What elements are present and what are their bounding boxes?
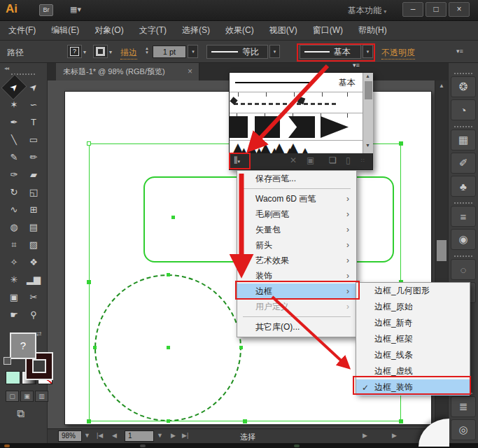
- zoom-tool[interactable]: ⚲: [24, 306, 43, 323]
- maximize-button[interactable]: □: [426, 2, 447, 17]
- fill-indicator[interactable]: ?: [10, 332, 36, 359]
- panel-grip[interactable]: [454, 202, 472, 204]
- menu-help[interactable]: 帮助(H): [358, 24, 387, 36]
- tab-close-icon[interactable]: ×: [188, 63, 192, 80]
- menu-item-save-brushes[interactable]: 保存画笔...: [237, 171, 356, 186]
- profile-caret-button[interactable]: ▾: [269, 45, 280, 58]
- width-profile-dropdown[interactable]: 等比: [206, 45, 268, 59]
- submenu-item-borders-primitive[interactable]: 边框_原始: [356, 299, 470, 315]
- menu-window[interactable]: 窗口(W): [313, 24, 343, 36]
- scale-tool[interactable]: ◱: [24, 183, 43, 201]
- submenu-item-borders-geometric[interactable]: 边框_几何图形: [356, 283, 470, 299]
- links-panel-icon[interactable]: ◎: [451, 419, 476, 440]
- submenu-item-borders-dashed[interactable]: 边框_虚线: [356, 363, 470, 379]
- stroke-caret-icon[interactable]: ▾: [109, 49, 112, 55]
- menu-item-vector-pack[interactable]: 矢量包›: [237, 222, 356, 237]
- document-tab[interactable]: 未标题-1* @ 98% (RGB/预览) ×: [56, 63, 199, 80]
- mesh-tool[interactable]: ⌗: [4, 236, 24, 253]
- line-segment-tool[interactable]: ╲: [4, 131, 24, 148]
- rotate-tool[interactable]: ↻: [4, 183, 24, 201]
- stroke-panel-icon[interactable]: ≡: [451, 206, 476, 227]
- menu-item-borders[interactable]: 边框›: [237, 284, 356, 299]
- brush-libraries-menu-icon[interactable]: ⫼▾: [234, 155, 240, 165]
- selection-handle[interactable]: [399, 141, 403, 146]
- width-tool[interactable]: ∿: [4, 201, 24, 218]
- scrollbar-thumb[interactable]: [437, 240, 447, 261]
- panel-grip[interactable]: [454, 73, 472, 74]
- submenu-item-borders-decorative[interactable]: ✓边框_装饰: [356, 379, 470, 396]
- menu-item-other-library[interactable]: 其它库(O)...: [237, 319, 356, 335]
- appearance-panel-icon[interactable]: ◌: [451, 259, 476, 280]
- zoom-caret-icon[interactable]: ▼: [84, 432, 90, 439]
- fill-color-button[interactable]: ?: [67, 45, 82, 58]
- remove-brush-stroke-icon[interactable]: ✕: [290, 155, 297, 165]
- swatches-panel-icon[interactable]: ▦: [451, 130, 476, 150]
- stroke-width-field[interactable]: 1 pt: [153, 46, 186, 58]
- gradient-tool[interactable]: ▨: [24, 236, 43, 253]
- perspective-grid-tool[interactable]: ▤: [24, 218, 43, 236]
- last-artboard-icon[interactable]: ▶|: [182, 432, 188, 439]
- status-arrow-icon[interactable]: ▶: [363, 432, 367, 439]
- menu-edit[interactable]: 编辑(E): [51, 24, 79, 36]
- menu-effect[interactable]: 效果(C): [225, 24, 254, 36]
- brushes-flyout-menu-icon[interactable]: ▾≡: [353, 62, 360, 69]
- rectangle-tool[interactable]: ▭: [24, 131, 43, 148]
- selection-handle[interactable]: [243, 419, 247, 424]
- layers-panel-icon[interactable]: ≣: [451, 396, 476, 417]
- close-button[interactable]: ×: [449, 2, 470, 17]
- menu-type[interactable]: 文字(T): [139, 24, 167, 36]
- color-button[interactable]: [6, 371, 20, 384]
- selection-handle[interactable]: [399, 419, 403, 424]
- pen-tool[interactable]: ✒: [4, 113, 24, 131]
- menu-select[interactable]: 选择(S): [182, 24, 210, 36]
- left-dock-collapse-icon[interactable]: ◂◂: [4, 65, 8, 71]
- scroll-down-icon[interactable]: ▼: [365, 143, 370, 148]
- delete-brush-icon[interactable]: ▯: [346, 155, 351, 165]
- brush-list-scrollbar[interactable]: ▲ ▼: [363, 73, 373, 153]
- scrollbar-thumb[interactable]: [365, 81, 372, 99]
- symbol-sprayer-tool[interactable]: ✳: [4, 271, 24, 288]
- workspace-switcher[interactable]: 基本功能 ▾: [348, 5, 386, 17]
- new-brush-icon[interactable]: ❏: [329, 155, 337, 165]
- circle-anchor[interactable]: [93, 346, 97, 349]
- slice-tool[interactable]: ✂: [24, 288, 43, 306]
- arrange-documents-icon[interactable]: ▦▾: [70, 5, 81, 14]
- zoom-level-field[interactable]: 98%: [58, 430, 82, 442]
- column-graph-tool[interactable]: ▂▆: [24, 271, 43, 288]
- stroke-color-button[interactable]: [93, 45, 108, 58]
- status-arrow-icon[interactable]: ▶: [392, 432, 397, 439]
- brush-options-icon[interactable]: ▣: [307, 155, 314, 165]
- selection-handle[interactable]: [87, 141, 91, 146]
- draw-behind-button[interactable]: ▣: [20, 391, 34, 402]
- menu-item-decorative[interactable]: 装饰›: [237, 268, 356, 284]
- minimize-button[interactable]: –: [402, 2, 423, 17]
- selection-handle[interactable]: [87, 419, 91, 424]
- circle-anchor[interactable]: [239, 346, 243, 349]
- bridge-icon[interactable]: Br: [39, 4, 53, 16]
- color-panel-icon[interactable]: ❂: [451, 76, 476, 97]
- scroll-up-icon[interactable]: ▲: [365, 74, 370, 78]
- menu-file[interactable]: 文件(F): [8, 24, 36, 36]
- opacity-panel-link[interactable]: 不透明度: [381, 47, 415, 59]
- shape-builder-tool[interactable]: ◍: [4, 218, 24, 236]
- panel-grip[interactable]: [454, 255, 472, 257]
- draw-normal-button[interactable]: ▢: [6, 391, 19, 402]
- resize-grip-icon[interactable]: ∷: [361, 158, 365, 164]
- panel-grip[interactable]: [454, 126, 472, 127]
- stroke-width-stepper[interactable]: ▲▼: [145, 46, 149, 55]
- pencil-tool[interactable]: ✏: [24, 148, 43, 166]
- artboard-tool[interactable]: ▣: [4, 288, 24, 306]
- brush-caret-button[interactable]: ▾: [363, 45, 373, 58]
- hand-tool[interactable]: ☛: [4, 306, 24, 323]
- menu-item-arrows[interactable]: 箭头›: [237, 237, 356, 253]
- default-fill-stroke-icon[interactable]: [3, 357, 11, 365]
- submenu-item-borders-lines[interactable]: 边框_线条: [356, 347, 470, 363]
- menu-item-user-defined[interactable]: 用户定义›: [237, 299, 356, 314]
- previous-artboard-icon[interactable]: ◀: [112, 432, 117, 439]
- brushes-panel-icon[interactable]: ✐: [451, 153, 476, 174]
- stroke-width-caret-button[interactable]: ▾: [188, 45, 198, 58]
- menu-item-bristle[interactable]: 毛刷画笔›: [237, 206, 356, 222]
- paintbrush-tool[interactable]: ✎: [4, 148, 24, 166]
- selection-handle[interactable]: [87, 280, 91, 284]
- draw-inside-button[interactable]: ▥: [35, 391, 48, 402]
